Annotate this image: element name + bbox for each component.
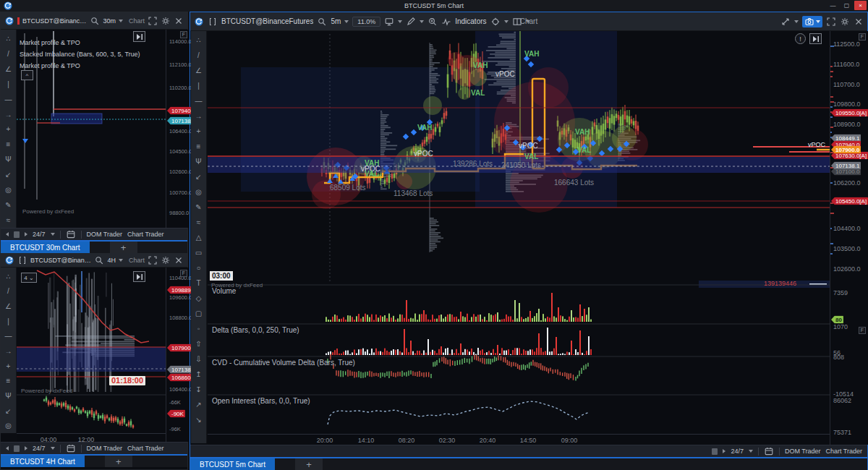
tool-icon-2[interactable]: ∠ <box>191 63 206 78</box>
tool-icon-0[interactable]: ∴ <box>1 269 16 284</box>
tool-icon-6[interactable]: + <box>191 124 206 139</box>
indicator-label[interactable]: Market profile & TPO <box>20 39 80 46</box>
price-axis[interactable]: 112500.0111600.0110700.0109800.0108900.0… <box>830 31 868 445</box>
new-tab-button[interactable]: + <box>295 458 323 470</box>
session-selector[interactable]: 24/7 <box>33 445 46 452</box>
link-group-icon[interactable] <box>208 17 218 27</box>
tool-icon-20[interactable]: ⇧ <box>191 336 206 351</box>
gear-icon[interactable] <box>161 16 171 26</box>
dom-trader-button[interactable]: DOM Trader <box>87 445 123 452</box>
layout-icon[interactable] <box>512 17 522 27</box>
chevron-down-icon[interactable] <box>504 20 509 23</box>
tool-icon-4[interactable]: — <box>1 92 16 107</box>
tool-icon-8[interactable]: Ψ <box>1 152 16 167</box>
tool-icon-10[interactable]: ◎ <box>1 182 16 197</box>
drawing-toolbar[interactable]: ∴/∠|—→+≡Ψ↙◎✎≈ <box>1 30 17 228</box>
timeframe-selector[interactable]: 5m <box>331 17 341 25</box>
calendar-icon[interactable] <box>764 446 774 456</box>
tool-icon-5[interactable]: → <box>1 343 16 359</box>
tool-icon-4[interactable]: — <box>191 93 206 108</box>
go-to-end-icon[interactable] <box>133 271 145 282</box>
chevron-down-icon[interactable] <box>794 20 799 23</box>
gear-icon[interactable] <box>840 17 850 27</box>
price-axis[interactable]: 114000.0112100.0110200.0108300.0106400.0… <box>166 30 189 228</box>
tool-icon-7[interactable]: ≡ <box>1 137 16 152</box>
collapse-icon[interactable] <box>780 17 791 27</box>
close-icon[interactable] <box>854 17 864 27</box>
close-icon[interactable] <box>174 255 184 265</box>
indicator-label[interactable]: Delta (Bars, 0,0, 250, True) <box>212 326 299 334</box>
tool-icon-21[interactable]: ⇩ <box>191 351 206 367</box>
monitor-icon[interactable] <box>384 17 394 27</box>
tool-icon-17[interactable]: ◇ <box>191 291 206 306</box>
symbol-label[interactable]: BTCUSDT@BinanceFutures <box>30 257 91 264</box>
mini-timeframe-button[interactable]: 4 ⌄ <box>21 273 37 283</box>
tool-icon-14[interactable]: ▭ <box>191 245 206 260</box>
chevron-down-icon[interactable] <box>420 20 424 23</box>
tool-icon-0[interactable]: ∴ <box>1 31 16 46</box>
fullscreen-icon[interactable] <box>826 17 836 27</box>
new-tab-button[interactable]: + <box>105 456 132 467</box>
fullscreen-icon[interactable] <box>148 16 158 26</box>
chevron-down-icon[interactable] <box>749 450 753 453</box>
fit-badge[interactable]: F <box>180 31 187 38</box>
chart-canvas-4h[interactable] <box>17 268 166 433</box>
tool-icon-16[interactable]: T <box>191 275 206 291</box>
chart-trader-button[interactable]: Chart Trader <box>127 445 164 452</box>
close-icon[interactable] <box>174 16 184 26</box>
calendar-icon[interactable] <box>66 229 76 239</box>
close-button[interactable]: × <box>854 1 867 10</box>
chart-trader-button[interactable]: Chart Trader <box>127 231 164 238</box>
search-icon[interactable] <box>317 17 327 27</box>
minimize-button[interactable]: — <box>827 1 839 10</box>
zoom-in-icon[interactable] <box>427 17 438 27</box>
session-selector[interactable]: 24/7 <box>731 448 744 455</box>
fit-badge[interactable]: F <box>180 270 187 277</box>
chart-canvas-30m[interactable] <box>17 30 166 228</box>
drawing-toolbar[interactable]: ∴/∠|—→+≡Ψ↙◎ <box>1 268 17 433</box>
tab-btcusdt-30m[interactable]: BTCUSDT 30m Chart <box>1 242 90 253</box>
screenshot-button[interactable] <box>802 16 822 27</box>
chevron-down-icon[interactable] <box>51 447 55 450</box>
tool-icon-1[interactable]: / <box>1 284 16 299</box>
chart-trader-button[interactable]: Chart Trader <box>825 448 862 455</box>
scroll-right-icon[interactable] <box>25 446 27 450</box>
tool-icon-3[interactable]: | <box>1 314 16 329</box>
tab-btcusdt-5m[interactable]: BTCUSDT 5m Chart <box>190 458 275 470</box>
scrollbar-handle[interactable] <box>14 445 20 452</box>
go-to-end-icon[interactable] <box>133 31 145 42</box>
tab-btcusdt-4h[interactable]: BTCUSDT 4H Chart <box>1 456 85 467</box>
tool-icon-3[interactable]: | <box>1 77 16 92</box>
tool-icon-11[interactable]: ✎ <box>191 200 206 215</box>
tool-icon-6[interactable]: + <box>1 359 16 374</box>
tool-icon-7[interactable]: ≡ <box>191 139 206 154</box>
tool-icon-2[interactable]: ∠ <box>1 299 16 314</box>
search-icon[interactable] <box>94 255 104 265</box>
maximize-button[interactable]: ▢ <box>841 1 853 10</box>
dom-trader-button[interactable]: DOM Trader <box>87 231 123 238</box>
time-axis[interactable]: 04:0012:00 <box>17 433 166 442</box>
tool-icon-3[interactable]: | <box>191 78 206 93</box>
pencil-icon[interactable] <box>406 17 416 27</box>
chevron-down-icon[interactable] <box>119 259 123 262</box>
scroll-left-icon[interactable] <box>6 446 9 450</box>
tool-icon-1[interactable]: / <box>191 48 206 63</box>
tool-icon-12[interactable]: ≈ <box>191 215 206 230</box>
indicators-button[interactable]: Indicators <box>455 17 486 25</box>
calendar-icon[interactable] <box>66 443 76 453</box>
indicator-label[interactable]: Market profile & TPO <box>20 62 80 69</box>
time-axis[interactable]: 20:0014:1008:2002:3020:4014:5009:00 <box>208 434 830 445</box>
gear-icon[interactable] <box>161 255 171 265</box>
tool-icon-8[interactable]: Ψ <box>191 154 206 169</box>
zoom-level[interactable]: 11.0% <box>352 17 380 27</box>
tool-icon-10[interactable]: ◎ <box>191 184 206 200</box>
dom-trader-button[interactable]: DOM Trader <box>785 448 821 455</box>
tool-icon-5[interactable]: → <box>1 107 16 122</box>
tool-icon-9[interactable]: ↙ <box>191 169 206 184</box>
scroll-left-icon[interactable] <box>6 232 9 236</box>
fit-badge[interactable]: F <box>859 327 866 334</box>
scrollbar-handle[interactable] <box>712 448 718 455</box>
chevron-down-icon[interactable] <box>51 233 55 236</box>
collapse-indicators-button[interactable]: ^ <box>21 70 33 80</box>
tool-icon-13[interactable]: △ <box>191 230 206 245</box>
